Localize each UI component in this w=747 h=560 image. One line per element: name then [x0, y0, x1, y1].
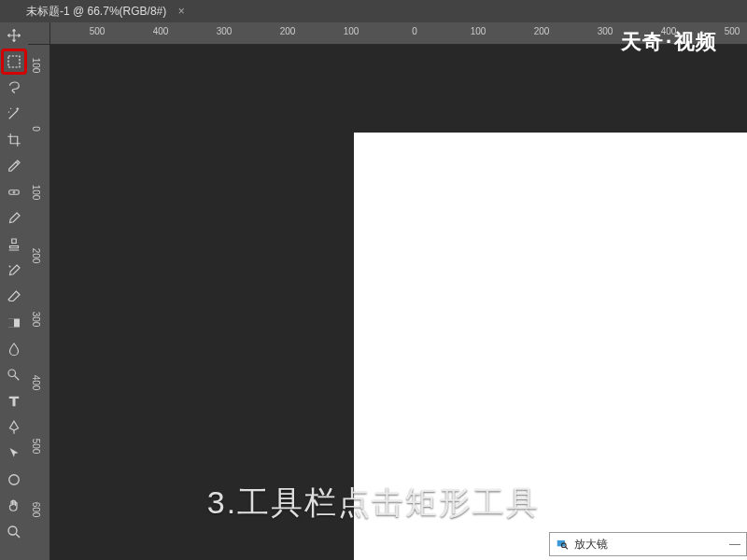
- ruler-h-tick: 100: [471, 26, 486, 36]
- svg-rect-3: [8, 319, 14, 328]
- ruler-h-tick: 200: [534, 26, 550, 36]
- app-window: 未标题-1 @ 66.7%(RGB/8#) ×: [0, 0, 747, 560]
- ruler-corner: [28, 22, 50, 45]
- ruler-h-tick: 300: [598, 26, 613, 36]
- vertical-ruler[interactable]: 100 0 100 200 300 400 500 600: [28, 45, 50, 560]
- magnifier-icon: [556, 538, 569, 551]
- instruction-caption: 3.工具栏点击矩形工具: [207, 482, 540, 525]
- canvas-area: 500 400 300 200 100 0 100 200 300 400 50…: [28, 22, 747, 560]
- magnifier-title: 放大镜: [574, 537, 724, 553]
- ruler-h-tick: 500: [90, 26, 106, 36]
- ruler-v-tick: 400: [31, 375, 41, 391]
- ruler-h-tick: 400: [153, 26, 169, 36]
- svg-point-4: [8, 370, 16, 377]
- watermark-suffix: 视频: [674, 30, 717, 53]
- close-icon[interactable]: ×: [176, 5, 187, 18]
- ruler-v-tick: 600: [31, 502, 41, 518]
- zoom-tool-icon[interactable]: [3, 521, 25, 543]
- document-tab[interactable]: 未标题-1 @ 66.7%(RGB/8#) ×: [26, 4, 187, 20]
- watermark-brand: 天奇: [621, 30, 664, 53]
- ruler-h-tick: 100: [344, 26, 359, 36]
- type-tool-icon[interactable]: [3, 390, 25, 413]
- ruler-v-tick: 0: [31, 126, 41, 132]
- blur-tool-icon[interactable]: [3, 338, 25, 360]
- minimize-icon[interactable]: —: [729, 538, 740, 551]
- ruler-h-tick: 500: [725, 26, 740, 36]
- ruler-v-tick: 100: [31, 185, 41, 201]
- tool-palette: [0, 22, 28, 560]
- stamp-tool-icon[interactable]: [3, 233, 25, 256]
- move-tool-icon[interactable]: [3, 24, 25, 47]
- brush-tool-icon[interactable]: [3, 207, 25, 230]
- marquee-tool-icon[interactable]: [3, 50, 25, 73]
- hand-tool-icon[interactable]: [3, 495, 25, 517]
- svg-point-6: [8, 526, 17, 535]
- history-brush-tool-icon[interactable]: [3, 259, 25, 282]
- pen-tool-icon[interactable]: [3, 416, 25, 439]
- workspace: 500 400 300 200 100 0 100 200 300 400 50…: [0, 22, 747, 560]
- document-tabbar: 未标题-1 @ 66.7%(RGB/8#) ×: [0, 0, 747, 22]
- ruler-h-tick: 0: [412, 26, 417, 36]
- spot-heal-tool-icon[interactable]: [3, 181, 25, 203]
- dodge-tool-icon[interactable]: [3, 364, 25, 386]
- eraser-tool-icon[interactable]: [3, 286, 25, 308]
- gradient-tool-icon[interactable]: [3, 312, 25, 334]
- ruler-v-tick: 200: [31, 248, 41, 264]
- watermark-sep: ·: [666, 30, 672, 53]
- svg-point-5: [9, 475, 20, 485]
- watermark: 天奇·视频: [621, 28, 717, 56]
- magnifier-window[interactable]: 放大镜 —: [549, 532, 747, 556]
- eyedropper-tool-icon[interactable]: [3, 155, 25, 177]
- path-select-tool-icon[interactable]: [3, 442, 25, 465]
- ruler-v-tick: 500: [31, 439, 41, 455]
- ruler-v-tick: 100: [31, 58, 41, 74]
- svg-rect-0: [8, 56, 20, 67]
- ruler-h-tick: 200: [280, 26, 296, 36]
- crop-tool-icon[interactable]: [3, 129, 25, 151]
- ruler-h-tick: 300: [217, 26, 233, 36]
- shape-tool-icon[interactable]: [3, 469, 25, 491]
- tab-title: 未标题-1 @ 66.7%(RGB/8#): [26, 4, 166, 20]
- magic-wand-tool-icon[interactable]: [3, 103, 25, 125]
- lasso-tool-icon[interactable]: [3, 77, 25, 99]
- ruler-v-tick: 300: [31, 312, 41, 328]
